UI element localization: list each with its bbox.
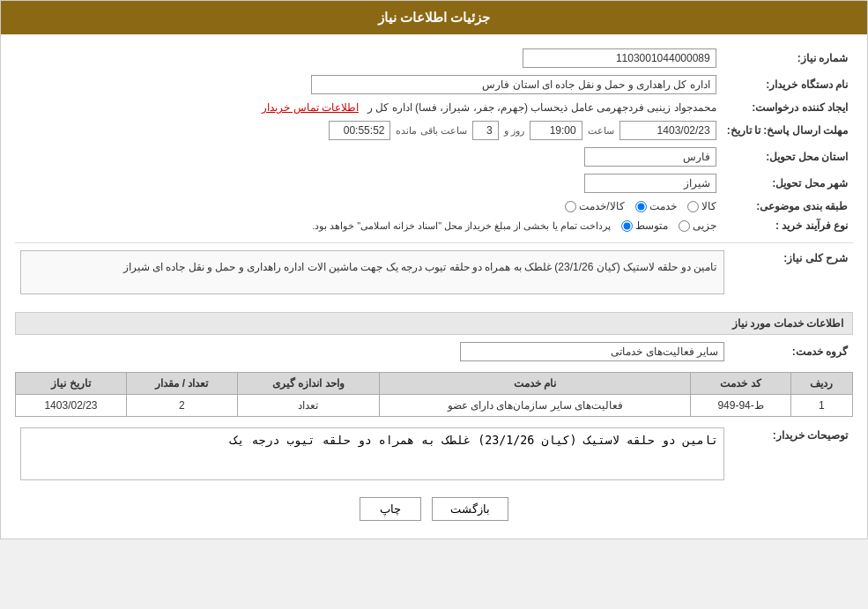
shomare-niaz-label: شماره نیاز: bbox=[722, 45, 853, 71]
ijad-konande-row: ایجاد کننده درخواست: محمدجواد زینبی فردج… bbox=[15, 98, 853, 117]
radio-kala-input[interactable] bbox=[687, 201, 699, 212]
tabaghe-bandi-row: طبقه بندی موضوعی: کالا خدمت کالا/خدمت bbox=[15, 197, 853, 216]
noe-farayand-row: نوع فرآیند خرید : جزیی متوسط پرداخت تمام… bbox=[15, 216, 853, 235]
radio-motavasset-input[interactable] bbox=[621, 220, 633, 232]
ijad-konande-text: محمدجواد زینبی فردجهرمی عامل ذیحساب (جهر… bbox=[367, 101, 716, 114]
radio-motavasset-label: متوسط bbox=[635, 219, 668, 232]
page-header: جزئیات اطلاعات نیاز bbox=[1, 1, 867, 34]
baghi-mande-input: 00:55:52 bbox=[329, 121, 390, 140]
sharh-row: شرح کلی نیاز: تامین دو حلقه لاستیک (کیان… bbox=[15, 247, 853, 305]
shahr-input: شیراز bbox=[584, 174, 716, 193]
tosifat-textarea[interactable]: تامین دو حلقه لاستیک (کیان 23/1/26) غلطک… bbox=[20, 427, 724, 480]
tosifat-table: توصیحات خریدار: تامین دو حلقه لاستیک (کی… bbox=[15, 424, 853, 486]
shomare-niaz-input: 1103001044000089 bbox=[523, 48, 716, 68]
goroh-khedmat-row: گروه خدمت: سایر فعالیت‌های خدماتی bbox=[15, 338, 853, 365]
page-wrapper: جزئیات اطلاعات نیاز شماره نیاز: 11030010… bbox=[0, 0, 868, 539]
shahr-row: شهر محل تحویل: شیراز bbox=[15, 170, 853, 197]
nam-dastgah-row: نام دستگاه خریدار: اداره کل راهداری و حم… bbox=[15, 71, 853, 98]
shomare-niaz-row: شماره نیاز: 1103001044000089 bbox=[15, 45, 853, 71]
nam-dastgah-input: اداره کل راهداری و حمل و نقل جاده ای است… bbox=[311, 75, 716, 94]
sharh-table: شرح کلی نیاز: تامین دو حلقه لاستیک (کیان… bbox=[15, 247, 853, 305]
services-table-body: 1 ط-94-949 فعالیت‌های سایر سازمان‌های دا… bbox=[16, 395, 853, 417]
goroh-khedmat-input: سایر فعالیت‌های خدماتی bbox=[460, 342, 724, 361]
radio-khedmat-input[interactable] bbox=[635, 201, 647, 212]
ostan-label: استان محل تحویل: bbox=[722, 144, 853, 170]
cell-radif: 1 bbox=[790, 395, 852, 417]
col-nam-khedmat: نام خدمت bbox=[379, 373, 690, 395]
radio-jozi-input[interactable] bbox=[679, 220, 690, 232]
ostan-input: فارس bbox=[584, 147, 716, 167]
cell-vahed: تعداد bbox=[237, 395, 379, 417]
radio-kala-khedmat-label: کالا/خدمت bbox=[579, 200, 624, 212]
baghi-mande-label: ساعت باقی مانده bbox=[396, 125, 466, 137]
noe-farayand-note: پرداخت تمام یا بخشی از مبلغ خریداز محل "… bbox=[312, 220, 611, 232]
tosifat-label: توصیحات خریدار: bbox=[730, 424, 853, 486]
col-vahed: واحد اندازه گیری bbox=[237, 373, 379, 395]
col-radif: ردیف bbox=[790, 373, 852, 395]
cell-tarikh: 1403/02/23 bbox=[16, 395, 127, 417]
contact-link[interactable]: اطلاعات تماس خریدار bbox=[262, 101, 359, 114]
shahr-label: شهر محل تحویل: bbox=[722, 170, 853, 197]
radio-jozi-label: جزیی bbox=[693, 219, 716, 232]
print-button[interactable]: چاپ bbox=[360, 497, 421, 521]
nam-dastgah-value: اداره کل راهداری و حمل و نقل جاده ای است… bbox=[15, 71, 722, 98]
mohlat-ersal-label: مهلت ارسال پاسخ: تا تاریخ: bbox=[722, 117, 853, 144]
col-tarikh: تاریخ نیاز bbox=[16, 373, 127, 395]
rooz-input: 3 bbox=[472, 121, 499, 140]
table-row: 1 ط-94-949 فعالیت‌های سایر سازمان‌های دا… bbox=[16, 395, 853, 417]
main-info-table: شماره نیاز: 1103001044000089 نام دستگاه … bbox=[15, 45, 853, 235]
services-table-head: ردیف کد خدمت نام خدمت واحد اندازه گیری ت… bbox=[16, 373, 853, 395]
tabaghe-bandi-label: طبقه بندی موضوعی: bbox=[722, 197, 853, 216]
content-area: شماره نیاز: 1103001044000089 نام دستگاه … bbox=[1, 34, 867, 538]
time-row: 1403/02/23 ساعت 19:00 روز و 3 ساعت باقی … bbox=[20, 121, 716, 140]
col-tedad: تعداد / مقدار bbox=[126, 373, 237, 395]
saat-label: ساعت bbox=[588, 125, 614, 137]
radio-jozi[interactable]: جزیی bbox=[679, 219, 716, 232]
services-table: ردیف کد خدمت نام خدمت واحد اندازه گیری ت… bbox=[15, 372, 853, 417]
cell-tedad: 2 bbox=[126, 395, 237, 417]
khadamat-section-title: اطلاعات خدمات مورد نیاز bbox=[15, 312, 853, 335]
tosifat-row: توصیحات خریدار: تامین دو حلقه لاستیک (کی… bbox=[15, 424, 853, 486]
tabaghe-bandi-radio-group: کالا خدمت کالا/خدمت bbox=[20, 200, 716, 212]
radio-khedmat[interactable]: خدمت bbox=[635, 200, 677, 212]
back-button[interactable]: بازگشت bbox=[432, 497, 508, 521]
shomare-niaz-value: 1103001044000089 bbox=[66, 45, 721, 71]
mohlat-ersal-row: مهلت ارسال پاسخ: تا تاریخ: 1403/02/23 سا… bbox=[15, 117, 853, 144]
noe-farayand-radio-group: جزیی متوسط پرداخت تمام یا بخشی از مبلغ خ… bbox=[20, 219, 716, 232]
radio-kala-khedmat[interactable]: کالا/خدمت bbox=[565, 200, 624, 212]
button-row: چاپ بازگشت bbox=[15, 497, 853, 521]
goroh-khedmat-table: گروه خدمت: سایر فعالیت‌های خدماتی bbox=[15, 338, 853, 365]
rooz-label: روز و bbox=[504, 125, 524, 137]
radio-motavasset[interactable]: متوسط bbox=[621, 219, 668, 232]
cell-nam-khedmat: فعالیت‌های سایر سازمان‌های دارای عضو bbox=[379, 395, 690, 417]
noe-farayand-label: نوع فرآیند خرید : bbox=[722, 216, 853, 235]
radio-kala[interactable]: کالا bbox=[687, 200, 716, 212]
page-title: جزئیات اطلاعات نیاز bbox=[378, 10, 490, 25]
col-kod-khedmat: کد خدمت bbox=[691, 373, 790, 395]
radio-kala-khedmat-input[interactable] bbox=[565, 201, 576, 212]
cell-kod-khedmat: ط-94-949 bbox=[691, 395, 790, 417]
goroh-khedmat-label: گروه خدمت: bbox=[730, 338, 853, 365]
ostan-row: استان محل تحویل: فارس bbox=[15, 144, 853, 170]
nam-dastgah-label: نام دستگاه خریدار: bbox=[722, 71, 853, 98]
divider-1 bbox=[15, 242, 853, 243]
sharh-value: تامین دو حلقه لاستیک (کیان 23/1/26) غلطک… bbox=[20, 250, 724, 294]
ijad-konande-value: محمدجواد زینبی فردجهرمی عامل ذیحساب (جهر… bbox=[15, 98, 722, 117]
saat-input: 19:00 bbox=[530, 121, 582, 140]
sharh-label: شرح کلی نیاز: bbox=[730, 247, 853, 305]
radio-khedmat-label: خدمت bbox=[649, 200, 677, 212]
ijad-konande-label: ایجاد کننده درخواست: bbox=[722, 98, 853, 117]
radio-kala-label: کالا bbox=[701, 200, 716, 212]
date-input: 1403/02/23 bbox=[619, 121, 716, 140]
services-table-header-row: ردیف کد خدمت نام خدمت واحد اندازه گیری ت… bbox=[16, 373, 853, 395]
